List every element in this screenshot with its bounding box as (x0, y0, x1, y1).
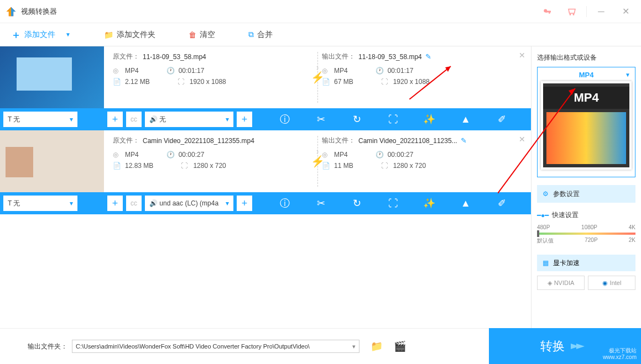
format-preview-icon: MP4 (541, 81, 632, 170)
folder-plus-icon: 📁 (104, 30, 113, 39)
merge-button[interactable]: ⧉ 合并 (248, 30, 273, 40)
minimize-button[interactable]: ─ (591, 4, 611, 19)
dropdown-arrow-icon[interactable]: ▼ (65, 31, 71, 38)
watermark-icon[interactable]: ▲ (457, 114, 474, 125)
gpu-accel-button[interactable]: ▦ 显卡加速 (537, 255, 635, 271)
clear-button[interactable]: 🗑 清空 (189, 30, 215, 40)
add-folder-button[interactable]: 📁 添加文件夹 (104, 30, 155, 40)
subtitle-select[interactable]: T 无▾ (3, 196, 77, 211)
clear-label: 清空 (200, 30, 215, 40)
main-toolbar: ＋ 添加文件 ▼ 📁 添加文件夹 🗑 清空 ⧉ 合并 (0, 23, 641, 46)
clock-icon: 🕐 (376, 67, 384, 75)
text-icon: T (8, 199, 13, 207)
browse-folder-icon[interactable]: 📁 (371, 340, 383, 352)
edit-tool-icon[interactable]: ✐ (493, 113, 510, 125)
src-size: 12.83 MB (125, 162, 153, 170)
convert-arrow-icon (568, 338, 590, 355)
info-icon[interactable]: ⓘ (277, 113, 293, 126)
add-subtitle-button[interactable]: + (107, 112, 123, 127)
src-resolution: 1280 x 720 (193, 162, 226, 170)
params-button[interactable]: ⚙ 参数设置 (537, 185, 635, 203)
source-file-name: Camin Video_20221108_112355.mp4 (143, 137, 254, 145)
chevron-down-icon: ▾ (70, 115, 73, 123)
subtitle-value: 无 (13, 199, 20, 207)
resolution-icon: ⛶ (381, 162, 390, 170)
res-1080p: 1080P (581, 224, 597, 230)
src-duration: 00:00:27 (179, 151, 205, 159)
rotate-icon[interactable]: ↻ (349, 197, 366, 209)
params-label: 参数设置 (553, 189, 580, 199)
out-duration: 00:01:17 (388, 67, 414, 75)
out-size: 11 MB (334, 162, 353, 170)
file-icon: 📄 (113, 162, 122, 170)
audio-select[interactable]: 🔊 und aac (LC) (mp4a▾ (145, 196, 233, 211)
audio-select[interactable]: 🔊 无▾ (145, 112, 233, 127)
crop-icon[interactable]: ⛶ (385, 114, 402, 125)
output-path-value: C:\Users\admin\Videos\WonderFox Soft\HD … (76, 343, 310, 350)
close-icon[interactable]: ✕ (519, 135, 525, 144)
rotate-icon[interactable]: ↻ (349, 113, 366, 125)
resolution-slider[interactable]: 480P 1080P 4K 默认值 720P 2K (537, 224, 635, 245)
out-resolution: 1280 x 720 (393, 162, 426, 170)
chevron-down-icon: ▼ (625, 72, 630, 78)
select-format-label: 选择输出格式或设备 (537, 53, 635, 62)
output-file-label: 输出文件： (322, 136, 355, 145)
effects-icon[interactable]: ✨ (421, 197, 437, 209)
chip-icon: ▦ (543, 259, 549, 267)
intel-button[interactable]: ◉Intel (588, 276, 635, 290)
res-720p: 720P (585, 237, 597, 245)
app-logo-icon (6, 6, 17, 17)
out-resolution: 1920 x 1088 (393, 78, 430, 86)
file-action-bar: T 无▾ + cc 🔊 无▾ + ⓘ ✂ ↻ ⛶ ✨ ▲ ✐ (0, 108, 531, 130)
watermark-icon[interactable]: ▲ (457, 198, 474, 209)
crop-icon[interactable]: ⛶ (385, 198, 402, 209)
open-folder-icon[interactable]: 🎬 (394, 340, 406, 352)
close-icon[interactable]: ✕ (519, 51, 525, 60)
res-2k: 2K (629, 237, 635, 245)
nvidia-button[interactable]: ◈NVIDIA (537, 276, 585, 290)
cc-button[interactable]: cc (126, 196, 142, 211)
add-audio-button[interactable]: + (237, 196, 252, 211)
key-icon[interactable] (538, 4, 557, 19)
video-thumbnail[interactable] (0, 130, 104, 192)
resolution-icon: ⛶ (381, 78, 390, 86)
add-subtitle-button[interactable]: + (107, 196, 123, 211)
cc-button[interactable]: cc (126, 112, 142, 127)
chevron-down-icon: ▾ (226, 115, 229, 123)
clock-icon: 🕐 (166, 67, 175, 75)
res-default: 默认值 (537, 237, 554, 245)
format-icon: ◎ (113, 151, 122, 159)
cut-icon[interactable]: ✂ (312, 113, 329, 125)
info-icon[interactable]: ⓘ (277, 197, 293, 210)
output-path-input[interactable]: C:\Users\admin\Videos\WonderFox Soft\HD … (72, 340, 359, 353)
cart-icon[interactable] (562, 4, 582, 19)
output-format-card[interactable]: MP4 ▼ MP4 (537, 67, 635, 177)
out-format: MP4 (334, 151, 348, 159)
add-audio-button[interactable]: + (237, 112, 252, 127)
chevron-down-icon[interactable]: ▾ (352, 343, 356, 350)
merge-icon: ⧉ (248, 30, 254, 39)
gpu-label: 显卡加速 (553, 259, 580, 268)
slider-handle[interactable] (537, 230, 539, 237)
app-title: 视频转换器 (21, 7, 57, 17)
close-button[interactable]: ✕ (616, 4, 635, 19)
file-row: › ⚡ ✕ 原文件：11-18-09_53_58.mp4 ◎MP4 🕐00:01… (0, 46, 531, 108)
file-row: › ⚡ ✕ 原文件：Camin Video_20221108_112355.mp… (0, 130, 531, 192)
src-size: 2.12 MB (125, 78, 150, 86)
add-folder-label: 添加文件夹 (117, 30, 155, 40)
edit-tool-icon[interactable]: ✐ (493, 197, 510, 209)
quick-settings-label: ━●━ 快速设置 (537, 210, 635, 220)
effects-icon[interactable]: ✨ (421, 113, 437, 125)
intel-label: Intel (610, 279, 622, 286)
add-file-button[interactable]: ＋ 添加文件 ▼ (11, 28, 71, 41)
edit-icon[interactable]: ✎ (461, 136, 467, 145)
cut-icon[interactable]: ✂ (312, 197, 329, 209)
subtitle-select[interactable]: T 无▾ (3, 112, 77, 127)
src-format: MP4 (125, 67, 139, 75)
edit-icon[interactable]: ✎ (425, 52, 431, 61)
out-size: 67 MB (334, 78, 353, 86)
video-thumbnail[interactable] (0, 46, 104, 108)
intel-icon: ◉ (602, 279, 608, 287)
convert-button[interactable]: 转换 极光下载站www.xz7.com (489, 328, 641, 364)
convert-label: 转换 (540, 338, 565, 355)
